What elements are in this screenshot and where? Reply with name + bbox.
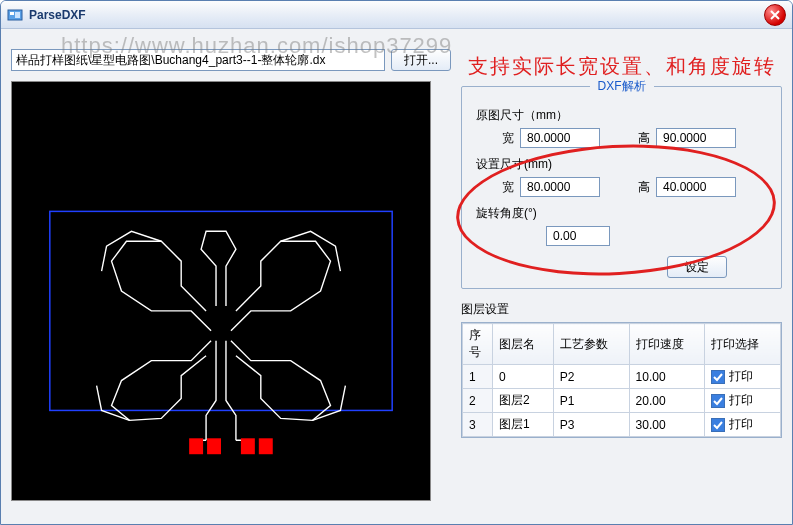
svg-rect-7 <box>259 438 273 454</box>
col-speed[interactable]: 打印速度 <box>629 324 705 365</box>
rotation-input[interactable] <box>546 226 610 246</box>
col-proc[interactable]: 工艺参数 <box>553 324 629 365</box>
set-width-label: 宽 <box>496 179 514 196</box>
cell-proc: P2 <box>553 365 629 389</box>
table-row[interactable]: 2图层2P120.00打印 <box>463 389 781 413</box>
col-sel[interactable]: 打印选择 <box>705 324 781 365</box>
set-width-input[interactable] <box>520 177 600 197</box>
titlebar: ParseDXF <box>1 1 792 29</box>
cell-idx: 3 <box>463 413 493 437</box>
dxf-parse-group: DXF解析 原图尺寸（mm） 宽 高 设置尺寸(mm) 宽 高 <box>461 86 782 289</box>
print-label: 打印 <box>729 368 753 385</box>
cell-speed: 20.00 <box>629 389 705 413</box>
original-size-label: 原图尺寸（mm） <box>476 107 767 124</box>
dxf-drawing <box>12 82 430 500</box>
cell-idx: 2 <box>463 389 493 413</box>
file-path-field[interactable]: 样品打样图纸\星型电路图\Buchang4_part3--1-整体轮廓.dx <box>11 49 385 71</box>
cell-idx: 1 <box>463 365 493 389</box>
set-height-label: 高 <box>632 179 650 196</box>
check-icon <box>713 396 723 406</box>
table-row[interactable]: 10P210.00打印 <box>463 365 781 389</box>
table-row[interactable]: 3图层1P330.00打印 <box>463 413 781 437</box>
layers-title: 图层设置 <box>461 301 782 318</box>
svg-rect-2 <box>15 12 20 18</box>
close-button[interactable] <box>764 4 786 26</box>
set-height-input[interactable] <box>656 177 736 197</box>
orig-height-input[interactable] <box>656 128 736 148</box>
check-icon <box>713 372 723 382</box>
cell-name: 图层1 <box>493 413 554 437</box>
apply-button[interactable]: 设定 <box>667 256 727 278</box>
svg-rect-4 <box>189 438 203 454</box>
cell-proc: P1 <box>553 389 629 413</box>
close-icon <box>770 10 780 20</box>
cell-sel: 打印 <box>705 413 781 437</box>
set-size-label: 设置尺寸(mm) <box>476 156 767 173</box>
layers-table-wrap: 序号 图层名 工艺参数 打印速度 打印选择 10P210.00打印2图层2P12… <box>461 322 782 438</box>
svg-rect-3 <box>50 211 392 410</box>
orig-width-label: 宽 <box>496 130 514 147</box>
svg-rect-6 <box>241 438 255 454</box>
orig-height-label: 高 <box>632 130 650 147</box>
cell-speed: 30.00 <box>629 413 705 437</box>
print-checkbox[interactable] <box>711 394 725 408</box>
svg-rect-5 <box>207 438 221 454</box>
rotation-label: 旋转角度(°) <box>476 205 767 222</box>
cell-sel: 打印 <box>705 389 781 413</box>
cell-name: 0 <box>493 365 554 389</box>
dxf-canvas[interactable] <box>11 81 431 501</box>
print-label: 打印 <box>729 416 753 433</box>
col-name[interactable]: 图层名 <box>493 324 554 365</box>
cell-name: 图层2 <box>493 389 554 413</box>
layers-table: 序号 图层名 工艺参数 打印速度 打印选择 10P210.00打印2图层2P12… <box>462 323 781 437</box>
window-title: ParseDXF <box>29 8 86 22</box>
print-checkbox[interactable] <box>711 418 725 432</box>
orig-width-input[interactable] <box>520 128 600 148</box>
group-legend: DXF解析 <box>590 78 654 95</box>
check-icon <box>713 420 723 430</box>
headline-text: 支持实际长宽设置、和角度旋转 <box>461 53 782 80</box>
app-window: ParseDXF https://www.huzhan.com/ishop372… <box>0 0 793 525</box>
cell-sel: 打印 <box>705 365 781 389</box>
cell-proc: P3 <box>553 413 629 437</box>
print-checkbox[interactable] <box>711 370 725 384</box>
svg-rect-1 <box>10 12 14 15</box>
open-button[interactable]: 打开... <box>391 49 451 71</box>
print-label: 打印 <box>729 392 753 409</box>
app-icon <box>7 7 23 23</box>
cell-speed: 10.00 <box>629 365 705 389</box>
col-idx[interactable]: 序号 <box>463 324 493 365</box>
